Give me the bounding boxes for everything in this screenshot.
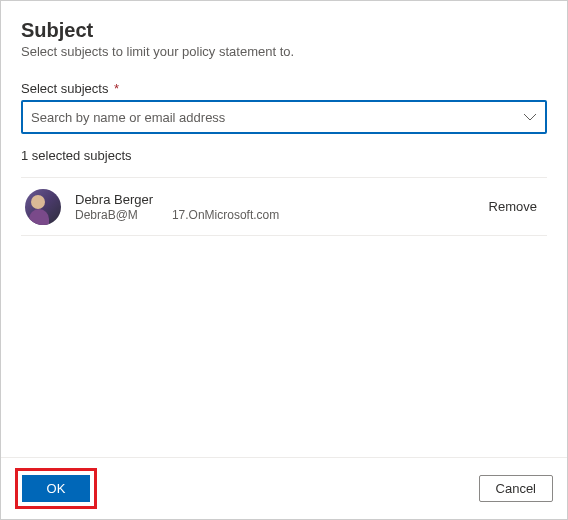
page-subtitle: Select subjects to limit your policy sta… <box>21 44 547 59</box>
remove-button[interactable]: Remove <box>489 199 543 214</box>
required-indicator: * <box>114 81 119 96</box>
search-input[interactable] <box>31 110 523 125</box>
page-title: Subject <box>21 19 547 42</box>
selected-count: 1 selected subjects <box>21 148 547 163</box>
user-email: DebraB@M17.OnMicrosoft.com <box>75 208 489 222</box>
chevron-down-icon <box>523 110 537 124</box>
dialog-footer: OK Cancel <box>1 457 567 519</box>
user-name: Debra Berger <box>75 192 489 207</box>
search-label: Select subjects * <box>21 81 547 96</box>
selected-list: Debra Berger DebraB@M17.OnMicrosoft.com … <box>21 177 547 236</box>
avatar <box>25 189 61 225</box>
ok-highlight: OK <box>15 468 97 509</box>
search-combobox[interactable] <box>21 100 547 134</box>
ok-button[interactable]: OK <box>22 475 90 502</box>
list-item: Debra Berger DebraB@M17.OnMicrosoft.com … <box>21 178 547 236</box>
cancel-button[interactable]: Cancel <box>479 475 553 502</box>
